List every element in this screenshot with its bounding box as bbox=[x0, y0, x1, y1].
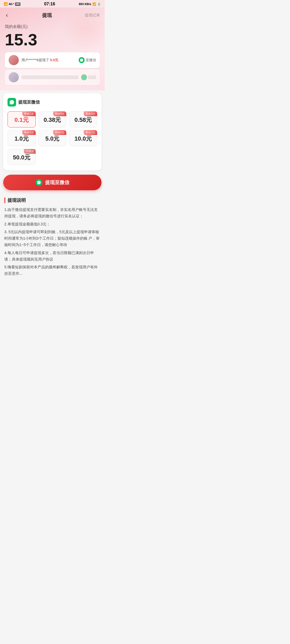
amount-option-1[interactable]: 剩余1次 0.1元 bbox=[8, 111, 36, 127]
title-accent-bar bbox=[4, 197, 5, 203]
balance-label: 我的余额(元) bbox=[5, 24, 100, 29]
remaining-badge-7: 不限次 bbox=[24, 149, 36, 154]
hd-icon: HD bbox=[15, 2, 20, 6]
status-time: 07:16 bbox=[44, 2, 55, 6]
instruction-item-3: 3. 5元以内提现申请可即刻到账，5元及以上提现申请审核时间通常为1小时到3个工… bbox=[4, 229, 100, 248]
user-avatar-1 bbox=[9, 55, 19, 65]
nav-bar: ‹ 提现 提现记录 bbox=[5, 8, 100, 24]
instructions-heading: 提现说明 bbox=[8, 197, 26, 203]
user-avatar-2 bbox=[9, 72, 19, 82]
wechat-icon-notif bbox=[79, 57, 85, 63]
balance-amount: 15.3 bbox=[5, 31, 100, 48]
wifi-icon: 📶 bbox=[92, 2, 96, 6]
instruction-item-4: 4.每人每日可申请提现多次，若当日限额已满则次日申请；具体提现规则见用户协议 bbox=[4, 250, 100, 263]
amount-option-2[interactable]: 剩余5次 0.38元 bbox=[38, 111, 67, 127]
header-area: ‹ 提现 提现记录 我的余额(元) 15.3 用户******8提现了 5.0元… bbox=[0, 8, 105, 90]
amount-value-4: 1.0元 bbox=[10, 135, 33, 143]
notif-highlight-amount: 5.0元 bbox=[50, 58, 58, 62]
amount-value-1: 0.1元 bbox=[10, 116, 33, 124]
battery-icon: 🔋 bbox=[97, 2, 101, 6]
amount-value-6: 10.0元 bbox=[71, 135, 95, 143]
instruction-item-5: 5.嗨看短剧保留对本产品的最终解释权，若发现用户有外挂至意作... bbox=[4, 264, 100, 277]
amount-option-4[interactable]: 剩余3次 1.0元 bbox=[8, 130, 36, 146]
status-bar: 📶 4G⁺ HD 07:16 893 KB/s 📶 🔋 bbox=[0, 0, 105, 8]
instructions-body: 1.由于微信提现支付需要实名制，非实名用户账号无法支持提现，请务必将提现的微信号… bbox=[4, 207, 100, 277]
amount-options-grid: 剩余1次 0.1元 剩余5次 0.38元 剩余5次 0.58元 剩余3次 1.0… bbox=[8, 111, 97, 165]
speed-indicator: 893 KB/s bbox=[79, 2, 91, 6]
withdraw-button[interactable]: 提现至微信 bbox=[3, 175, 102, 190]
notification-text-1: 用户******8提现了 5.0元 bbox=[21, 58, 76, 63]
withdraw-wechat-icon bbox=[35, 179, 42, 186]
signal-icon: 📶 bbox=[4, 2, 8, 6]
amount-value-3: 0.58元 bbox=[71, 116, 95, 124]
remaining-badge-3: 剩余5次 bbox=[84, 111, 97, 116]
remaining-badge-4: 剩余3次 bbox=[22, 130, 36, 135]
instruction-item-1: 1.由于微信提现支付需要实名制，非实名用户账号无法支持提现，请务必将提现的微信号… bbox=[4, 207, 100, 219]
remaining-badge-6: 剩余2次 bbox=[84, 130, 97, 135]
notif-platform-1: 至微信 bbox=[86, 58, 96, 63]
status-left: 📶 4G⁺ HD bbox=[4, 2, 20, 6]
amount-option-6[interactable]: 剩余2次 10.0元 bbox=[69, 130, 97, 146]
amount-option-5[interactable]: 剩余2次 5.0元 bbox=[38, 130, 67, 146]
amount-value-2: 0.38元 bbox=[41, 116, 64, 124]
notif-right-1: 至微信 bbox=[79, 57, 96, 63]
amount-value-5: 5.0元 bbox=[41, 135, 64, 143]
card-title: 提现至微信 bbox=[18, 100, 40, 105]
card-header: 提现至微信 bbox=[8, 98, 97, 107]
amount-option-7[interactable]: 不限次 50.0元 bbox=[8, 149, 36, 165]
status-right: 893 KB/s 📶 🔋 bbox=[79, 2, 101, 6]
wechat-logo bbox=[8, 98, 16, 107]
amount-option-3[interactable]: 剩余5次 0.58元 bbox=[69, 111, 97, 127]
back-button[interactable]: ‹ bbox=[5, 11, 9, 20]
instruction-item-2: 2.单笔提现金额最低0.3元； bbox=[4, 221, 100, 228]
amount-value-7: 50.0元 bbox=[10, 153, 33, 162]
notif-text-prefix: 用户******8提现了 bbox=[21, 58, 49, 62]
notification-2 bbox=[5, 69, 100, 85]
notification-1: 用户******8提现了 5.0元 至微信 bbox=[5, 52, 100, 68]
withdraw-button-label: 提现至微信 bbox=[45, 179, 69, 186]
remaining-badge-5: 剩余2次 bbox=[53, 130, 67, 135]
network-type: 4G⁺ bbox=[9, 2, 14, 6]
remaining-badge-2: 剩余5次 bbox=[53, 111, 67, 116]
instructions-section: 提现说明 1.由于微信提现支付需要实名制，非实名用户账号无法支持提现，请务必将提… bbox=[0, 193, 105, 285]
instructions-title-row: 提现说明 bbox=[4, 197, 100, 203]
records-link[interactable]: 提现记录 bbox=[85, 13, 100, 18]
main-card: 提现至微信 剩余1次 0.1元 剩余5次 0.38元 剩余5次 0.58元 剩余… bbox=[3, 93, 102, 170]
page-title: 提现 bbox=[42, 12, 52, 19]
remaining-badge-1: 剩余1次 bbox=[22, 111, 36, 116]
